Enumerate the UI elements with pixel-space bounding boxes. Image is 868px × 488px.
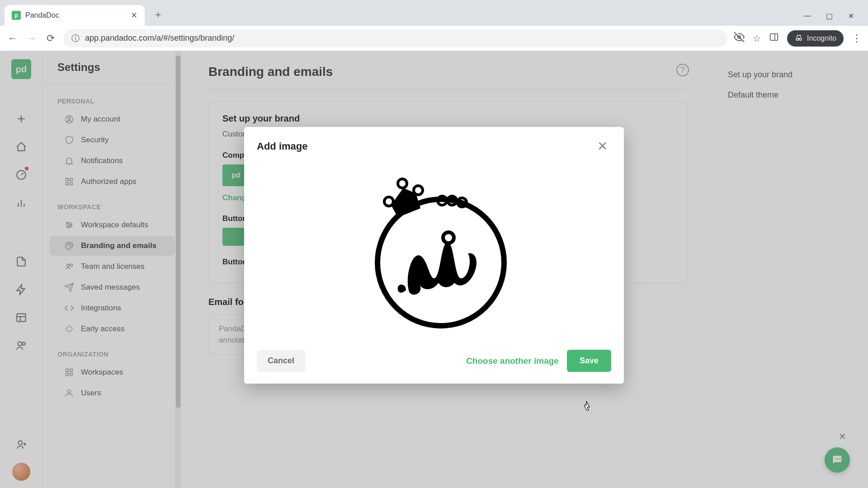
favicon-icon: p — [12, 11, 21, 20]
panel-icon[interactable] — [769, 32, 779, 44]
browser-tab-strip: p PandaDoc ✕ + — ▢ ✕ — [0, 0, 868, 26]
window-controls: — ▢ ✕ — [803, 11, 868, 26]
svg-point-51 — [443, 232, 454, 243]
modal-close-icon[interactable]: ✕ — [594, 137, 611, 155]
svg-point-3 — [796, 38, 798, 40]
incognito-label: Incognito — [807, 34, 836, 42]
choose-another-image-button[interactable]: Choose another image — [466, 356, 559, 366]
back-icon[interactable]: ← — [6, 32, 19, 45]
save-button[interactable]: Save — [567, 350, 611, 372]
svg-point-4 — [799, 38, 802, 40]
modal-overlay: Add image ✕ — [0, 51, 868, 488]
svg-point-45 — [398, 179, 407, 188]
close-tab-icon[interactable]: ✕ — [131, 10, 137, 20]
url-text: app.pandadoc.com/a/#/settings/branding/ — [85, 33, 234, 43]
eye-off-icon[interactable] — [734, 32, 745, 45]
cancel-button[interactable]: Cancel — [257, 350, 305, 372]
maximize-icon[interactable]: ▢ — [825, 11, 834, 20]
close-window-icon[interactable]: ✕ — [846, 11, 855, 20]
bookmark-star-icon[interactable]: ☆ — [753, 33, 761, 44]
new-tab-button[interactable]: + — [150, 7, 166, 23]
address-bar[interactable]: ⓘ app.pandadoc.com/a/#/settings/branding… — [63, 29, 727, 47]
browser-toolbar: ← → ⟳ ⓘ app.pandadoc.com/a/#/settings/br… — [0, 26, 868, 51]
minimize-icon[interactable]: — — [803, 11, 812, 20]
browser-tab[interactable]: p PandaDoc ✕ — [5, 5, 145, 26]
incognito-badge[interactable]: Incognito — [787, 30, 844, 47]
modal-title: Add image — [257, 141, 594, 152]
reload-icon[interactable]: ⟳ — [44, 32, 57, 45]
image-preview — [353, 165, 515, 333]
add-image-modal: Add image ✕ — [244, 127, 624, 384]
site-info-icon[interactable]: ⓘ — [71, 33, 80, 44]
kebab-menu-icon[interactable]: ⋮ — [852, 33, 862, 44]
forward-icon: → — [25, 32, 38, 45]
svg-rect-1 — [770, 34, 778, 41]
tab-title: PandaDoc — [25, 11, 126, 19]
